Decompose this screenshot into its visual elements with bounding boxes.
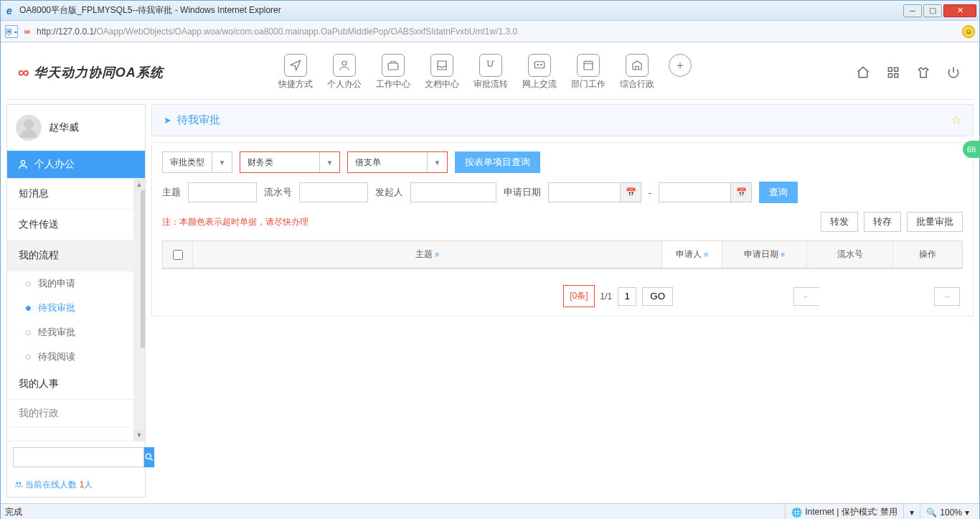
avatar [16,115,42,141]
sidebar-item-hr[interactable]: 我的人事 [7,369,133,400]
status-bar: 完成 🌐Internet | 保护模式: 禁用 ▾ 🔍100% ▾ [1,503,979,519]
calendar-icon [577,54,600,77]
forward-button[interactable]: 转发 [821,212,858,232]
th-apply-date[interactable]: 申请日期≡ [722,241,807,268]
input-subject[interactable] [188,182,257,202]
label-initiator: 发起人 [375,186,403,199]
label-apply-date: 申请日期 [504,186,541,199]
sidebar-sub-done[interactable]: 经我审批 [7,320,133,345]
security-shield-icon[interactable]: ⛨▾ [5,25,18,38]
address-bar: ⛨▾ ∞ http://127.0.0.1/OAapp/WebObjects/O… [1,21,979,42]
svg-point-11 [146,454,151,459]
sidebar-sub-apply[interactable]: 我的申请 [7,271,133,296]
sidebar-item-file[interactable]: 文件传送 [7,210,133,240]
window-title: OA8000平台版_FPLMYSQL5--待我审批 - Windows Inte… [19,4,903,17]
sidebar-item-admin[interactable]: 我的行政 [7,400,133,428]
chevron-down-icon[interactable]: ▼ [319,152,339,172]
chevron-down-icon[interactable]: ▼ [212,152,232,172]
url-text[interactable]: http://127.0.0.1/OAapp/WebObjects/OAapp.… [37,27,959,37]
page-input[interactable] [618,287,636,306]
power-icon[interactable] [945,64,962,81]
svg-point-12 [17,482,19,485]
notification-badge[interactable]: 68 [963,141,980,158]
input-initiator[interactable] [410,182,496,202]
circle-arrow-icon: ➤ [164,115,171,126]
sidebar-item-flow[interactable]: 我的流程 [7,240,133,271]
profile: 赵华威 [7,105,145,151]
sort-icon: ≡ [781,251,786,258]
sidebar-item-message[interactable]: 短消息 [7,179,133,210]
input-date-to[interactable] [659,182,730,202]
calendar-icon[interactable]: 📅 [620,182,641,202]
input-date-from[interactable] [548,182,620,202]
shirt-icon[interactable] [915,64,932,81]
th-serial[interactable]: 流水号 [807,241,893,268]
sidebar-sub-read[interactable]: 待我阅读 [7,345,133,369]
svg-rect-2 [534,62,545,68]
nav-chat[interactable]: 网上交流 [522,54,557,90]
th-subject[interactable]: 主题≡ [193,241,662,268]
home-icon[interactable] [854,64,872,81]
status-protect-toggle[interactable]: ▾ [903,504,920,519]
window-minimize-button[interactable]: ─ [903,4,922,17]
go-button[interactable]: GO [642,287,673,306]
svg-point-13 [19,482,22,485]
sidebar: 赵华威 个人办公 短消息 文件传送 我的流程 我的申请 待我审批 经我审批 待我… [6,104,146,497]
next-page-button[interactable]: → [934,287,960,306]
sidebar-scrollbar[interactable]: ▲ ▼ [133,179,145,441]
user-icon [333,54,356,77]
apps-icon[interactable] [885,64,902,81]
query-by-form-button[interactable]: 按表单项目查询 [455,151,540,173]
user-small-icon [17,159,29,170]
combo-approval-type[interactable]: 审批类型▼ [162,151,232,173]
search-button[interactable]: 查询 [759,182,798,203]
nav-work[interactable]: 工作中心 [376,54,410,90]
th-operation: 操作 [893,241,962,268]
prev-page-button[interactable]: ← [793,287,819,306]
svg-point-10 [21,161,24,164]
app-header: ∞ 华天动力协同OA系统 快捷方式 个人办公 工作中心 文档中心 审批流转 网上… [6,48,974,100]
filter-panel: 审批类型▼ 财务类▼ 借支单▼ 按表单项目查询 主题 流水号 发起人 申请日期 [151,142,974,317]
ie-icon: e [4,5,15,17]
sidebar-section-personal[interactable]: 个人办公 [7,151,145,178]
th-checkbox [163,241,193,268]
svg-point-4 [540,65,542,66]
nav-personal[interactable]: 个人办公 [327,54,362,90]
sidebar-search-input[interactable] [13,447,144,467]
th-applicant[interactable]: 申请人≡ [662,241,722,268]
sort-icon: ≡ [705,251,709,258]
window-maximize-button[interactable]: ▢ [923,4,942,17]
top-nav: 快捷方式 个人办公 工作中心 文档中心 审批流转 网上交流 部门工作 综合行政 … [278,54,692,90]
combo-form[interactable]: 借支单▼ [347,151,448,173]
combo-category[interactable]: 财务类▼ [240,151,340,173]
scroll-thumb[interactable] [141,190,145,348]
flow-icon [479,54,502,77]
username: 赵华威 [49,121,79,134]
input-serial[interactable] [299,182,368,202]
briefcase-icon [382,54,405,77]
svg-rect-5 [584,62,593,70]
nav-approval[interactable]: 审批流转 [473,54,508,90]
nav-quick[interactable]: 快捷方式 [278,54,313,90]
smiley-icon[interactable]: ☺ [962,25,975,38]
scroll-down-button[interactable]: ▼ [133,429,145,441]
logo-mark-icon: ∞ [18,63,29,82]
chevron-down-icon[interactable]: ▼ [427,152,447,172]
scroll-up-button[interactable]: ▲ [133,179,145,190]
status-zoom[interactable]: 🔍100% ▾ [920,504,975,519]
star-icon[interactable]: ☆ [951,113,961,127]
nav-dept[interactable]: 部门工作 [571,54,606,90]
pagination: [0条] 1/1 GO ← → [162,278,963,307]
sidebar-sub-pending[interactable]: 待我审批 [7,296,133,320]
select-all-checkbox[interactable] [173,250,183,260]
nav-add[interactable]: ＋ [669,54,692,90]
window-close-button[interactable]: ✕ [943,4,976,17]
nav-docs[interactable]: 文档中心 [425,54,459,90]
calendar-icon[interactable]: 📅 [730,182,752,202]
batch-approve-button[interactable]: 批量审批 [907,212,963,232]
svg-rect-8 [888,73,892,77]
save-button[interactable]: 转存 [864,212,901,232]
favicon-icon: ∞ [21,25,34,38]
zoom-icon: 🔍 [926,508,937,518]
nav-admin[interactable]: 综合行政 [620,54,654,90]
